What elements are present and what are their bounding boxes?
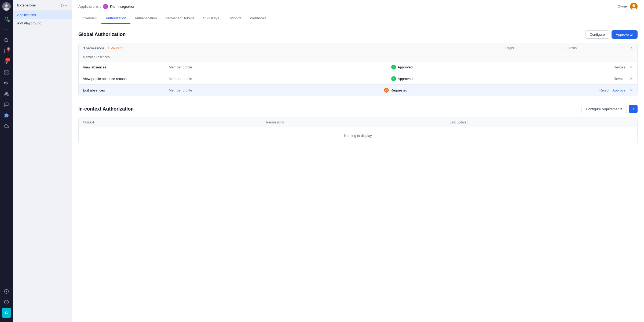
cloud-icon[interactable]: [2, 121, 11, 131]
close-icon[interactable]: ✕: [630, 65, 633, 69]
reject-link[interactable]: Reject: [599, 88, 609, 92]
svg-marker-10: [5, 82, 6, 85]
permission-target: Member profile: [169, 88, 384, 92]
svg-line-4: [7, 41, 8, 42]
permission-name: View profile absence reason: [83, 77, 169, 81]
notification-icon[interactable]: [2, 14, 11, 24]
col-status-header: Status: [568, 46, 577, 50]
approve-link[interactable]: Approve: [613, 88, 625, 92]
topnav-right: Owner: [618, 3, 638, 10]
revoke-link[interactable]: Revoke: [614, 77, 625, 81]
breadcrumb-separator: /: [100, 4, 101, 9]
table-header: 3 permissions 1 Pending Target Status ∧: [79, 43, 637, 53]
col-permissions: Permissions: [266, 120, 449, 124]
status-label: Approved: [398, 77, 413, 81]
approved-icon: ✓: [391, 76, 396, 81]
svg-rect-8: [5, 73, 6, 74]
sidebar-expand-icon[interactable]: ▷: [61, 3, 64, 7]
owner-avatar: [630, 3, 638, 10]
in-context-header: In-context Authorization Configure requi…: [78, 105, 638, 113]
lightning-icon[interactable]: 10: [2, 57, 11, 67]
tab-ssh-keys[interactable]: SSH Keys: [199, 13, 223, 24]
svg-rect-9: [7, 73, 8, 74]
col-target-header: Target: [505, 46, 514, 50]
topnav: Applications / Ktor integration Owner: [72, 0, 644, 13]
tabs: Overview Authorization Authentication Pe…: [72, 13, 644, 24]
team-icon[interactable]: [2, 89, 11, 99]
breadcrumb: Applications / Ktor integration: [78, 4, 135, 9]
table-row-requested: Edit absences Member profile ⏱ Requested…: [79, 85, 637, 96]
permission-target: Member profile: [169, 65, 391, 69]
tab-authentication[interactable]: Authentication: [130, 13, 161, 24]
row-actions: Revoke ✕: [614, 76, 633, 81]
permission-name: View absences: [83, 65, 169, 69]
in-context-table: Context Permissions Last updated Nothing…: [78, 118, 638, 144]
in-context-title: In-context Authorization: [78, 106, 134, 112]
row-actions: Revoke ✕: [614, 65, 633, 69]
sidebar-header: Extensions ▷ ─: [13, 0, 72, 11]
permission-status: ✓ Approved: [391, 76, 614, 81]
collapse-icon[interactable]: ∧: [630, 46, 633, 50]
help-icon[interactable]: [2, 297, 11, 307]
plus-circle-icon[interactable]: [2, 287, 11, 296]
status-label: Approved: [398, 65, 413, 69]
sidebar-header-icons: ▷ ─: [61, 3, 67, 7]
svg-point-11: [5, 92, 7, 94]
in-context-col-headers: Context Permissions Last updated: [79, 118, 637, 127]
table-header-left: 3 permissions 1 Pending: [83, 46, 123, 50]
sidebar-collapse-icon[interactable]: ─: [65, 3, 67, 7]
tab-permanent-tokens[interactable]: Permanent Tokens: [161, 13, 199, 24]
chat-icon[interactable]: ●: [2, 46, 11, 56]
sidebar-item-api-playground[interactable]: API Playground: [13, 19, 72, 27]
permission-status: ✓ Approved: [391, 65, 614, 69]
approved-icon: ✓: [391, 65, 396, 69]
requested-icon: ⏱: [384, 88, 389, 93]
permissions-table: 3 permissions 1 Pending Target Status ∧ …: [78, 43, 638, 96]
pending-badge: 1 Pending: [108, 46, 123, 50]
global-auth-actions: Configure Approve all: [585, 30, 638, 39]
configure-requirements-button[interactable]: Configure requirements: [581, 105, 627, 113]
sidebar: Extensions ▷ ─ Applications API Playgrou…: [13, 0, 72, 322]
tab-authorization[interactable]: Authorization: [101, 13, 130, 24]
in-context-actions: Configure requirements +: [581, 105, 638, 113]
chat2-icon[interactable]: [2, 100, 11, 109]
megaphone-icon[interactable]: [2, 78, 11, 88]
search-icon[interactable]: [2, 35, 11, 45]
svg-point-18: [632, 4, 635, 7]
svg-point-2: [4, 8, 9, 11]
sidebar-title: Extensions: [17, 3, 36, 7]
row-actions: Reject Approve ✕: [599, 88, 633, 92]
member-absences-subheader: Member Absences: [79, 53, 637, 61]
permission-status: ⏱ Requested Christiana Brennan 16m ago: [384, 88, 599, 93]
content: Global Authorization Configure Approve a…: [72, 24, 644, 322]
revoke-link[interactable]: Revoke: [614, 65, 625, 69]
lightning-badge: 10: [5, 58, 10, 61]
col-last-updated: Last updated: [450, 120, 633, 124]
tab-overview[interactable]: Overview: [78, 13, 101, 24]
main: Applications / Ktor integration Owner Ov…: [72, 0, 644, 322]
close-icon[interactable]: ✕: [630, 88, 633, 92]
configure-button[interactable]: Configure: [585, 30, 609, 39]
owner-label: Owner: [618, 4, 628, 8]
close-icon[interactable]: ✕: [630, 76, 633, 81]
tab-endpoint[interactable]: Endpoint: [223, 13, 246, 24]
more-dots-icon[interactable]: ···: [2, 25, 11, 34]
permission-target: Member profile: [169, 77, 391, 81]
tab-webhooks[interactable]: Webhooks: [246, 13, 270, 24]
svg-rect-7: [7, 71, 8, 72]
puzzle-icon[interactable]: [2, 111, 11, 120]
sidebar-item-applications[interactable]: Applications: [13, 11, 72, 19]
chat-badge: ●: [7, 47, 10, 51]
svg-point-3: [5, 38, 8, 42]
breadcrumb-applications[interactable]: Applications: [78, 4, 99, 9]
approve-all-button[interactable]: Approve all: [612, 30, 638, 39]
svg-point-1: [5, 4, 8, 7]
icon-bar: ··· ● 10 G: [0, 0, 13, 322]
add-context-button[interactable]: +: [629, 105, 638, 113]
user-avatar[interactable]: [2, 2, 11, 11]
teal-app-icon[interactable]: G: [2, 308, 11, 318]
svg-rect-6: [5, 71, 6, 72]
empty-state: Nothing to display: [79, 127, 637, 144]
grid-icon[interactable]: [2, 68, 11, 77]
table-row: View absences Member profile ✓ Approved …: [79, 61, 637, 73]
